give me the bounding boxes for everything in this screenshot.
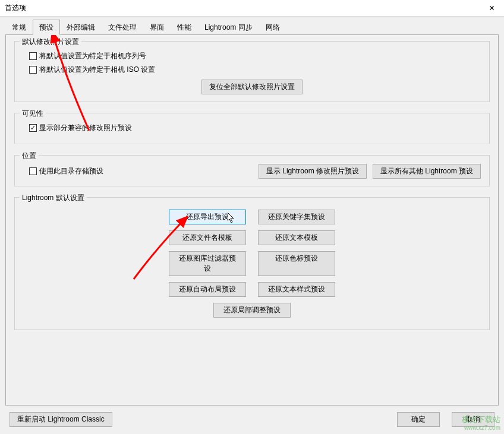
tab-presets[interactable]: 预设	[33, 20, 60, 35]
restart-lightroom-button[interactable]: 重新启动 Lightroom Classic	[10, 412, 112, 427]
tab-file-handling[interactable]: 文件处理	[102, 20, 143, 34]
tab-network[interactable]: 网络	[259, 20, 286, 34]
group-default-develop-title: 默认修改照片设置	[20, 37, 81, 47]
checkbox-show-partial[interactable]	[29, 124, 37, 132]
restore-color-label-presets-button[interactable]: 还原色标预设	[258, 251, 335, 276]
tab-content: 默认修改照片设置 将默认值设置为特定于相机序列号 将默认值设置为特定于相机 IS…	[5, 34, 499, 406]
ok-button[interactable]: 确定	[397, 412, 440, 427]
reset-all-develop-defaults-button[interactable]: 复位全部默认修改照片设置	[201, 80, 303, 94]
restore-local-adjustment-presets-button[interactable]: 还原局部调整预设	[213, 303, 291, 318]
tab-external-edit[interactable]: 外部编辑	[60, 20, 102, 34]
group-visibility-title: 可见性	[20, 109, 46, 119]
group-location: 位置 使用此目录存储预设 显示 Lightroom 修改照片预设 显示所有其他 …	[14, 155, 490, 186]
group-default-develop: 默认修改照片设置 将默认值设置为特定于相机序列号 将默认值设置为特定于相机 IS…	[14, 41, 490, 102]
show-all-other-presets-button[interactable]: 显示所有其他 Lightroom 预设	[373, 164, 481, 179]
show-develop-presets-button[interactable]: 显示 Lightroom 修改照片预设	[259, 164, 367, 179]
checkbox-use-dir[interactable]	[29, 167, 37, 175]
group-location-title: 位置	[20, 151, 39, 161]
group-lightroom-defaults: Lightroom 默认设置 还原导出预设 还原关键字集预设 还原文件名模板 还…	[14, 197, 490, 330]
restore-text-style-presets-button[interactable]: 还原文本样式预设	[258, 282, 335, 297]
tab-interface[interactable]: 界面	[143, 20, 171, 34]
checkbox-camera-serial[interactable]	[29, 52, 37, 60]
group-lr-defaults-title: Lightroom 默认设置	[20, 193, 87, 203]
restore-auto-layout-presets-button[interactable]: 还原自动布局预设	[169, 282, 246, 297]
label-camera-iso: 将默认值设置为特定于相机 ISO 设置	[39, 65, 155, 75]
tab-general[interactable]: 常规	[5, 20, 33, 34]
label-use-dir: 使用此目录存储预设	[39, 166, 103, 176]
tab-performance[interactable]: 性能	[171, 20, 198, 34]
preferences-window: 首选项 × 常规 预设 外部编辑 文件处理 界面 性能 Lightroom 同步…	[0, 0, 504, 434]
restore-export-presets-button[interactable]: 还原导出预设	[169, 210, 246, 224]
footer: 重新启动 Lightroom Classic 确定 取消	[10, 412, 494, 427]
label-camera-serial: 将默认值设置为特定于相机序列号	[39, 51, 146, 61]
restore-library-filter-presets-button[interactable]: 还原图库过滤器预设	[169, 251, 246, 276]
label-show-partial: 显示部分兼容的修改照片预设	[39, 123, 132, 133]
close-icon[interactable]: ×	[484, 2, 499, 14]
tab-lightroom-sync[interactable]: Lightroom 同步	[198, 20, 259, 34]
group-visibility: 可见性 显示部分兼容的修改照片预设	[14, 113, 490, 144]
restore-text-templates-button[interactable]: 还原文本模板	[258, 230, 335, 245]
restore-keyword-sets-button[interactable]: 还原关键字集预设	[258, 210, 335, 224]
window-title: 首选项	[5, 3, 26, 13]
cancel-button[interactable]: 取消	[452, 412, 494, 427]
tabs-bar: 常规 预设 外部编辑 文件处理 界面 性能 Lightroom 同步 网络	[5, 20, 504, 34]
checkbox-camera-iso[interactable]	[29, 66, 37, 74]
restore-filename-templates-button[interactable]: 还原文件名模板	[169, 230, 246, 245]
titlebar: 首选项 ×	[0, 0, 504, 17]
